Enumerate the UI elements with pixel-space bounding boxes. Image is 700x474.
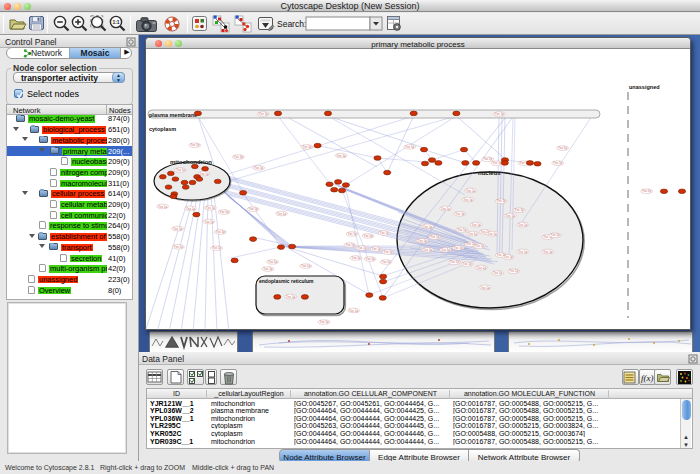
svg-text:Yxx 1p: Yxx 1p bbox=[497, 199, 507, 203]
svg-text:Yxx 1p: Yxx 1p bbox=[337, 154, 347, 158]
svg-text:Yxx 1p: Yxx 1p bbox=[277, 212, 287, 216]
svg-text:Yxx 1p: Yxx 1p bbox=[286, 295, 296, 299]
svg-text:Yxx 1p: Yxx 1p bbox=[263, 267, 273, 271]
svg-text:Yxx 1p: Yxx 1p bbox=[405, 145, 415, 149]
svg-text:Yxx 1p: Yxx 1p bbox=[450, 260, 460, 264]
svg-text:unassigned: unassigned bbox=[629, 84, 660, 90]
svg-text:Yxx 1p: Yxx 1p bbox=[220, 210, 230, 214]
svg-text:Yxx 1p: Yxx 1p bbox=[254, 166, 264, 170]
svg-text:1:1: 1:1 bbox=[112, 19, 119, 25]
svg-text:Yxx 1p: Yxx 1p bbox=[423, 248, 433, 252]
svg-text:cytoplasm: cytoplasm bbox=[149, 126, 176, 132]
svg-text:Yxx 1p: Yxx 1p bbox=[472, 223, 482, 227]
svg-text:Yxx 1p: Yxx 1p bbox=[454, 246, 464, 250]
svg-text:Yxx 1p: Yxx 1p bbox=[543, 250, 553, 254]
svg-text:Yxx 1p: Yxx 1p bbox=[347, 232, 357, 236]
svg-text:Yxx 1p: Yxx 1p bbox=[483, 157, 493, 161]
svg-text:Yxx 1p: Yxx 1p bbox=[234, 155, 244, 159]
svg-text:Yxx 1p: Yxx 1p bbox=[249, 207, 259, 211]
svg-text:Yxx 1p: Yxx 1p bbox=[371, 247, 381, 251]
svg-text:Yxx 1p: Yxx 1p bbox=[190, 143, 200, 147]
svg-text:Yxx 1p: Yxx 1p bbox=[381, 260, 391, 264]
svg-text:Yxx 1p: Yxx 1p bbox=[301, 264, 311, 268]
svg-text:plasma membrane: plasma membrane bbox=[149, 112, 197, 118]
svg-text:Yxx 1p: Yxx 1p bbox=[493, 271, 503, 275]
svg-text:Yxx 1p: Yxx 1p bbox=[488, 232, 498, 236]
svg-text:Yxx 1p: Yxx 1p bbox=[204, 220, 214, 224]
svg-text:Yxx 1p: Yxx 1p bbox=[365, 257, 375, 261]
svg-text:Yxx 1p: Yxx 1p bbox=[430, 235, 440, 239]
svg-text:Yxx 1p: Yxx 1p bbox=[441, 248, 451, 252]
svg-text:Yxx 1p: Yxx 1p bbox=[481, 286, 491, 290]
svg-text:mitochondrion: mitochondrion bbox=[170, 159, 212, 165]
svg-text:Yxx 1p: Yxx 1p bbox=[206, 206, 216, 210]
svg-text:Yxx 1p: Yxx 1p bbox=[174, 245, 184, 249]
svg-text:Yxx 1p: Yxx 1p bbox=[268, 260, 278, 264]
svg-text:Yxx 1p: Yxx 1p bbox=[259, 112, 269, 116]
svg-text:Yxx 1p: Yxx 1p bbox=[212, 246, 222, 250]
svg-text:Yxx 1p: Yxx 1p bbox=[418, 239, 428, 243]
svg-text:Yxx 1p: Yxx 1p bbox=[199, 172, 209, 176]
svg-text:Yxx 1p: Yxx 1p bbox=[468, 232, 478, 236]
svg-text:endoplasmic reticulum: endoplasmic reticulum bbox=[259, 278, 314, 284]
svg-text:Yxx 1p: Yxx 1p bbox=[176, 168, 186, 172]
svg-text:Search:: Search: bbox=[277, 19, 306, 29]
svg-text:f(x): f(x) bbox=[641, 373, 654, 383]
svg-text:Yxx 1p: Yxx 1p bbox=[475, 244, 485, 248]
svg-text:Yxx 1p: Yxx 1p bbox=[518, 250, 528, 254]
svg-text:Yxx 1p: Yxx 1p bbox=[441, 207, 451, 211]
svg-text:Yxx 1p: Yxx 1p bbox=[349, 309, 359, 313]
svg-text:Yxx 1p: Yxx 1p bbox=[357, 246, 367, 250]
svg-text:Yxx 1p: Yxx 1p bbox=[345, 243, 355, 247]
svg-text:Yxx 1p: Yxx 1p bbox=[455, 212, 465, 216]
svg-text:Yxx 1p: Yxx 1p bbox=[423, 225, 433, 229]
svg-text:Yxx 1p: Yxx 1p bbox=[216, 230, 226, 234]
svg-text:Yxx 1p: Yxx 1p bbox=[506, 214, 516, 218]
svg-text:Yxx 1p: Yxx 1p bbox=[642, 189, 652, 193]
svg-text:Yxx 1p: Yxx 1p bbox=[302, 145, 312, 149]
svg-text:Yxx 1p: Yxx 1p bbox=[363, 234, 373, 238]
svg-text:Yxx 1p: Yxx 1p bbox=[553, 161, 563, 165]
svg-text:Yxx 1p: Yxx 1p bbox=[504, 255, 514, 259]
svg-text:Yxx 1p: Yxx 1p bbox=[158, 205, 168, 209]
svg-text:Yxx 1p: Yxx 1p bbox=[492, 161, 502, 165]
svg-text:Yxx 1p: Yxx 1p bbox=[509, 269, 519, 273]
svg-text:Yxx 1p: Yxx 1p bbox=[457, 228, 467, 232]
svg-text:Yxx 1p: Yxx 1p bbox=[495, 112, 505, 116]
svg-text:Yxx 1p: Yxx 1p bbox=[173, 227, 183, 231]
svg-text:Yxx 1p: Yxx 1p bbox=[383, 250, 393, 254]
svg-text:Yxx 1p: Yxx 1p bbox=[351, 256, 361, 260]
svg-text:Yxx 1p: Yxx 1p bbox=[379, 231, 389, 235]
svg-text:Yxx 1p: Yxx 1p bbox=[320, 320, 330, 324]
svg-text:Yxx 1p: Yxx 1p bbox=[551, 233, 561, 237]
svg-text:Yxx 1p: Yxx 1p bbox=[477, 266, 487, 270]
svg-text:Yxx 1p: Yxx 1p bbox=[515, 208, 525, 212]
svg-text:Yxx 1p: Yxx 1p bbox=[518, 223, 528, 227]
svg-text:Yxx 1p: Yxx 1p bbox=[463, 262, 473, 266]
svg-text:Yxx 1p: Yxx 1p bbox=[558, 146, 568, 150]
svg-text:nucleus: nucleus bbox=[478, 170, 501, 176]
svg-text:Yxx 1p: Yxx 1p bbox=[466, 189, 476, 193]
svg-text:Yxx 1p: Yxx 1p bbox=[186, 207, 196, 211]
svg-text:Yxx 1p: Yxx 1p bbox=[464, 198, 474, 202]
